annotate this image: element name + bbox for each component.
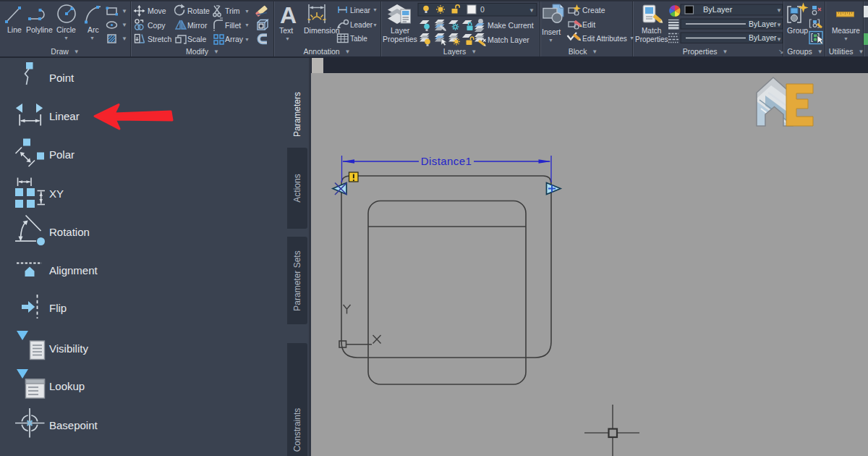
svg-text:Distance1: Distance1 [421, 155, 472, 167]
